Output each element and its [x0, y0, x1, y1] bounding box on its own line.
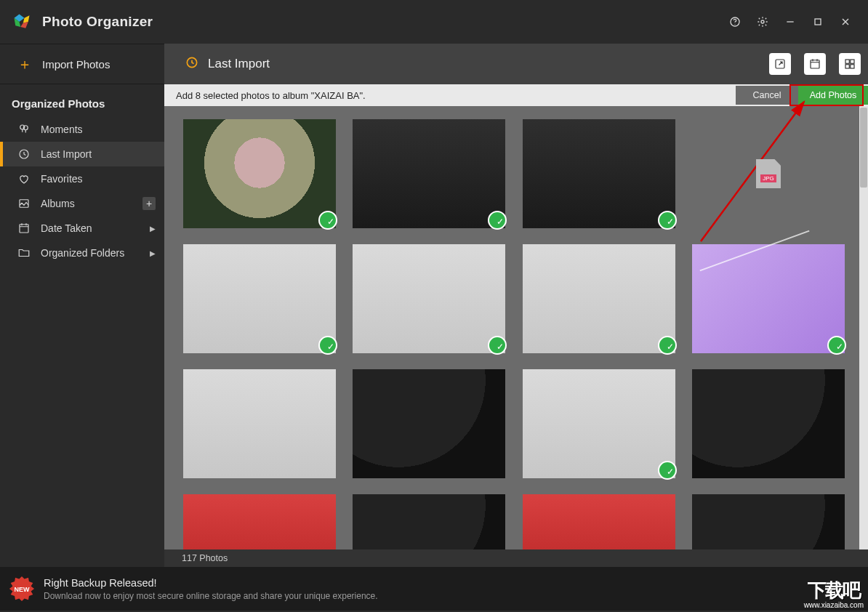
svg-rect-11 [20, 225, 28, 233]
minimize-button[interactable] [776, 8, 804, 36]
thumbnail-image [183, 494, 336, 549]
close-button[interactable] [832, 8, 859, 36]
action-bar: Add 8 selected photos to album "XAIZAI B… [164, 84, 868, 106]
app-logo-icon [12, 12, 32, 32]
add-album-button[interactable]: + [142, 197, 156, 210]
photo-thumbnail[interactable]: ✓ [523, 244, 675, 353]
svg-rect-15 [845, 60, 849, 63]
svg-rect-4 [815, 19, 821, 25]
settings-button[interactable] [749, 8, 776, 36]
sidebar-item-moments[interactable]: Moments [0, 117, 164, 142]
promo-subtitle: Download now to enjoy most secure online… [44, 591, 378, 601]
photo-thumbnail[interactable]: ✓ [353, 119, 505, 228]
svg-rect-14 [811, 60, 819, 68]
help-button[interactable] [721, 8, 749, 36]
balloons-icon [17, 123, 31, 136]
import-label: Import Photos [42, 58, 110, 71]
photo-thumbnail[interactable] [692, 494, 845, 549]
thumbnail-image [692, 244, 845, 353]
sidebar-item-favorites[interactable]: Favorites [0, 166, 164, 191]
thumbnail-image [183, 369, 336, 478]
thumbnail-image [353, 494, 505, 549]
plus-icon: ＋ [17, 55, 32, 74]
grid-view-button[interactable] [839, 53, 861, 75]
selected-check-icon: ✓ [667, 217, 674, 227]
selected-check-icon: ✓ [497, 342, 504, 352]
thumbnail-image [523, 494, 675, 549]
clock-icon [185, 55, 199, 73]
jpg-placeholder-icon: JPG [756, 159, 781, 188]
thumbnail-image [353, 369, 505, 478]
sidebar-item-label: Date Taken [41, 222, 140, 234]
svg-rect-16 [851, 60, 854, 63]
svg-point-1 [734, 24, 735, 25]
thumbnail-image [523, 369, 675, 478]
thumbnail-image [523, 119, 675, 228]
svg-point-2 [761, 20, 764, 23]
sidebar-item-label: Favorites [41, 173, 156, 185]
sidebar-item-label: Moments [41, 124, 156, 135]
selected-check-icon: ✓ [836, 342, 843, 352]
promo-title: Right Backup Released! [44, 577, 378, 589]
new-badge-icon: NEW [9, 576, 35, 602]
sidebar-item-organized-folders[interactable]: Organized Folders ▶ [0, 241, 164, 265]
watermark: 下载吧 www.xiazaiba.com [804, 580, 864, 609]
action-message: Add 8 selected photos to album "XAIZAI B… [176, 90, 366, 101]
selected-check-icon: ✓ [667, 467, 674, 477]
sidebar-item-date-taken[interactable]: Date Taken ▶ [0, 216, 164, 241]
thumbnail-image [353, 244, 505, 353]
photo-thumbnail[interactable]: ✓ [523, 369, 675, 478]
photo-count: 117 Photos [182, 553, 228, 563]
thumbnail-image [183, 119, 336, 228]
photo-thumbnail[interactable] [353, 494, 505, 549]
heart-icon [17, 172, 31, 185]
photo-thumbnail[interactable] [183, 369, 336, 478]
titlebar: Photo Organizer [0, 0, 868, 44]
svg-rect-18 [851, 65, 854, 68]
calendar-view-button[interactable] [804, 53, 826, 75]
selected-check-icon: ✓ [667, 342, 674, 352]
export-button[interactable] [769, 53, 791, 75]
sidebar-item-label: Last Import [41, 148, 156, 160]
photo-thumbnail[interactable]: ✓ [183, 119, 336, 228]
thumbnail-image [692, 494, 845, 549]
cancel-button[interactable]: Cancel [736, 86, 798, 105]
sidebar-item-label: Albums [41, 198, 132, 209]
status-bar: 117 Photos [164, 549, 868, 567]
thumbnail-image [523, 244, 675, 353]
add-photos-button[interactable]: Add Photos [798, 86, 868, 105]
photo-thumbnail[interactable]: ✓ [183, 244, 336, 353]
import-photos-button[interactable]: ＋ Import Photos [0, 44, 164, 84]
vertical-scrollbar[interactable] [859, 106, 868, 549]
svg-text:NEW: NEW [15, 586, 31, 593]
main-area: Last Import Add 8 selected photos to alb… [164, 44, 868, 567]
svg-rect-17 [845, 65, 849, 68]
photo-thumbnail[interactable] [692, 369, 845, 478]
sidebar-item-albums[interactable]: Albums + [0, 191, 164, 216]
maximize-button[interactable] [804, 8, 832, 36]
photo-thumbnail[interactable]: ✓ [523, 119, 675, 228]
sidebar-section-label: Organized Photos [0, 84, 164, 117]
app-title: Photo Organizer [42, 14, 153, 30]
image-icon [17, 197, 31, 210]
chevron-right-icon: ▶ [150, 249, 156, 257]
sidebar-item-label: Organized Folders [41, 247, 140, 259]
photo-thumbnail[interactable] [183, 494, 336, 549]
photo-thumbnail[interactable] [523, 494, 675, 549]
selected-check-icon: ✓ [327, 342, 334, 352]
promo-banner[interactable]: NEW Right Backup Released! Download now … [0, 567, 868, 611]
thumbnail-image [183, 244, 336, 353]
selected-check-icon: ✓ [497, 217, 504, 227]
calendar-icon [17, 222, 31, 235]
sidebar-item-last-import[interactable]: Last Import [0, 142, 164, 166]
view-header: Last Import [164, 44, 868, 84]
photo-thumbnail[interactable]: JPG [692, 119, 845, 228]
photo-thumbnail[interactable]: ✓ [692, 244, 845, 353]
photo-thumbnail[interactable]: ✓ [353, 244, 505, 353]
photo-thumbnail[interactable] [353, 369, 505, 478]
scrollbar-handle[interactable] [860, 108, 867, 188]
sidebar: ＋ Import Photos Organized Photos Moments… [0, 44, 164, 567]
thumbnail-image [692, 369, 845, 478]
photo-grid: ✓✓✓JPG✓✓✓✓✓ [164, 106, 859, 549]
thumbnail-image [353, 119, 505, 228]
